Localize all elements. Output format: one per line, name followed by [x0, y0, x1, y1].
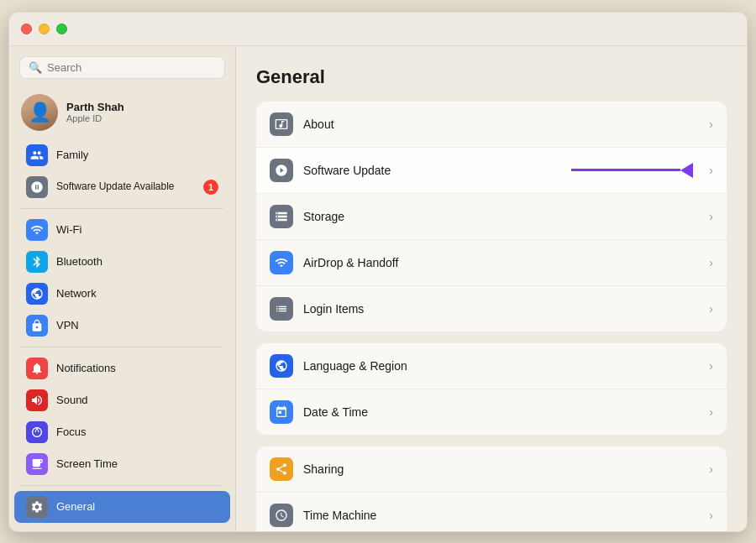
software-update-row-icon: [270, 159, 293, 182]
settings-row-login-items[interactable]: Login Items ›: [256, 286, 727, 332]
focus-icon: [26, 421, 48, 443]
time-machine-chevron: ›: [709, 509, 713, 522]
sidebar-item-screen-time[interactable]: Screen Time: [14, 448, 230, 480]
vpn-icon: [26, 315, 48, 337]
profile-subtitle: Apple ID: [66, 113, 124, 123]
wifi-label: Wi-Fi: [56, 223, 218, 236]
date-time-label: Date & Time: [303, 405, 699, 419]
storage-label: Storage: [303, 210, 699, 223]
language-icon: [270, 354, 293, 378]
avatar: 👤: [21, 94, 58, 131]
settings-row-storage[interactable]: Storage ›: [256, 194, 727, 240]
arrow-line: [571, 169, 680, 171]
date-time-icon: [270, 400, 293, 424]
sidebar-item-bluetooth[interactable]: Bluetooth: [14, 246, 230, 278]
maximize-button[interactable]: [56, 23, 67, 34]
settings-row-airdrop[interactable]: AirDrop & Handoff ›: [256, 240, 727, 286]
divider-1: [21, 208, 223, 209]
divider-3: [21, 485, 223, 486]
network-label: Network: [56, 287, 218, 300]
sidebar-item-general[interactable]: General: [14, 491, 230, 523]
sidebar: 🔍 👤 Parth Shah Apple ID Family: [9, 46, 236, 531]
profile-name: Parth Shah: [66, 101, 124, 113]
settings-card-3: Sharing › Time Machine › Transfer or: [256, 446, 727, 531]
arrow-head: [680, 163, 693, 178]
sidebar-item-sound[interactable]: Sound: [14, 384, 230, 416]
software-update-label: Software Update Available: [56, 180, 195, 194]
general-label: General: [56, 500, 218, 513]
title-bar: [9, 13, 747, 46]
sound-label: Sound: [56, 394, 218, 406]
bluetooth-icon: [26, 251, 48, 273]
login-items-icon: [270, 297, 293, 321]
sharing-label: Sharing: [303, 462, 699, 476]
settings-row-sharing[interactable]: Sharing ›: [256, 446, 727, 493]
login-items-label: Login Items: [303, 302, 699, 316]
notifications-label: Notifications: [56, 362, 218, 374]
time-machine-icon: [270, 504, 293, 527]
system-settings-window: 🔍 👤 Parth Shah Apple ID Family: [8, 12, 748, 532]
bluetooth-label: Bluetooth: [56, 255, 218, 268]
family-icon: [26, 144, 48, 166]
airdrop-icon: [270, 251, 293, 274]
language-label: Language & Region: [303, 359, 699, 373]
divider-2: [21, 347, 223, 347]
minimize-button[interactable]: [39, 23, 50, 34]
date-time-chevron: ›: [709, 405, 713, 419]
focus-label: Focus: [56, 426, 218, 438]
sidebar-item-vpn[interactable]: VPN: [14, 310, 230, 342]
sidebar-item-focus[interactable]: Focus: [14, 416, 230, 448]
vpn-label: VPN: [56, 319, 218, 332]
search-bar[interactable]: 🔍: [19, 56, 225, 79]
about-chevron: ›: [709, 117, 713, 131]
notifications-icon: [26, 358, 48, 379]
screen-time-label: Screen Time: [56, 457, 218, 470]
search-input[interactable]: [47, 61, 216, 74]
sidebar-item-notifications[interactable]: Notifications: [14, 352, 230, 384]
settings-row-language[interactable]: Language & Region ›: [256, 343, 727, 389]
settings-row-date-time[interactable]: Date & Time ›: [256, 389, 727, 435]
airdrop-label: AirDrop & Handoff: [303, 256, 699, 269]
software-update-badge: 1: [203, 180, 218, 195]
main-content: 🔍 👤 Parth Shah Apple ID Family: [9, 46, 747, 531]
settings-row-software-update[interactable]: Software Update ›: [256, 148, 727, 194]
family-label: Family: [56, 149, 218, 161]
about-icon: [270, 112, 293, 136]
storage-icon: [270, 205, 293, 228]
profile-section[interactable]: 👤 Parth Shah Apple ID: [9, 89, 235, 139]
time-machine-label: Time Machine: [303, 509, 699, 522]
arrow-annotation: [571, 163, 693, 178]
sharing-chevron: ›: [709, 462, 713, 476]
network-icon: [26, 283, 48, 305]
settings-card-2: Language & Region › Date & Time ›: [256, 343, 727, 435]
airdrop-chevron: ›: [709, 256, 713, 269]
wifi-icon: [26, 219, 48, 241]
software-update-icon: [26, 176, 48, 198]
software-update-row-chevron: ›: [709, 164, 713, 177]
right-panel: General About › Software Update: [236, 46, 747, 531]
settings-row-time-machine[interactable]: Time Machine ›: [256, 493, 727, 531]
sidebar-item-network[interactable]: Network: [14, 278, 230, 310]
panel-title: General: [256, 66, 727, 88]
sidebar-item-wifi[interactable]: Wi-Fi: [14, 214, 230, 246]
settings-card-1: About › Software Update ›: [256, 102, 727, 332]
sharing-icon: [270, 457, 293, 481]
sidebar-item-software-update[interactable]: Software Update Available 1: [14, 171, 230, 203]
sidebar-item-family[interactable]: Family: [14, 139, 230, 171]
about-label: About: [303, 117, 699, 131]
close-button[interactable]: [21, 23, 32, 34]
general-icon: [26, 496, 48, 518]
login-items-chevron: ›: [709, 302, 713, 316]
search-icon: 🔍: [29, 61, 42, 74]
storage-chevron: ›: [709, 210, 713, 223]
language-chevron: ›: [709, 359, 713, 373]
screen-time-icon: [26, 453, 48, 475]
settings-row-about[interactable]: About ›: [256, 102, 727, 148]
sound-icon: [26, 389, 48, 411]
